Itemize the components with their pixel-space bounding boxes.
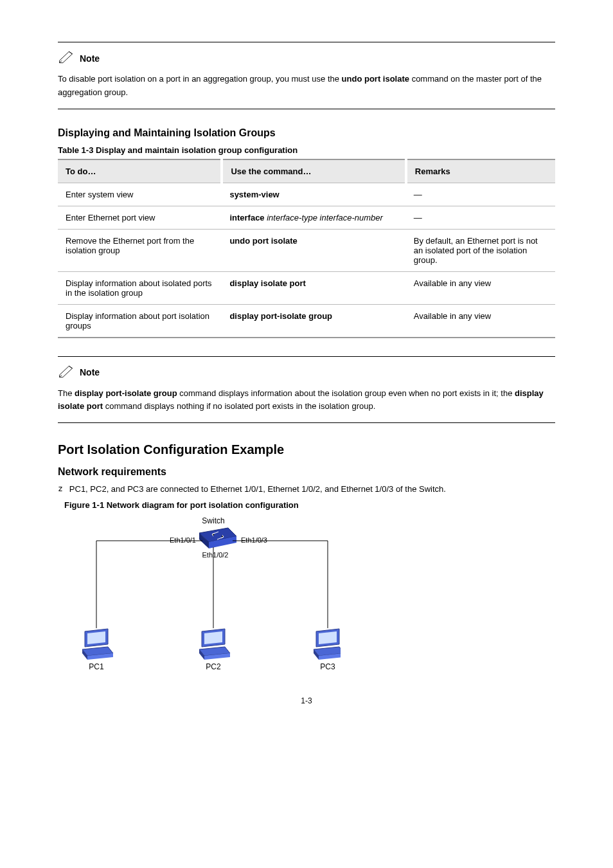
note-icon bbox=[58, 50, 75, 66]
cell-todo: Enter system view bbox=[58, 183, 222, 206]
note-label: Note bbox=[80, 367, 100, 377]
cell-rem: Available in any view bbox=[406, 304, 555, 338]
cell-cmd: system-view bbox=[222, 183, 405, 206]
col-todo: To do… bbox=[58, 159, 222, 183]
cell-rem: Available in any view bbox=[406, 271, 555, 304]
pc-icon bbox=[82, 629, 113, 660]
bullet-item: z PC1, PC2, and PC3 are connected to Eth… bbox=[58, 484, 555, 494]
switch-label: Switch bbox=[202, 516, 224, 525]
cell-todo: Remove the Ethernet port from the isolat… bbox=[58, 229, 222, 271]
pc2-label: PC2 bbox=[206, 662, 221, 671]
pc-icon bbox=[199, 629, 230, 660]
divider bbox=[58, 42, 555, 42]
bullet-text: PC1, PC2, and PC3 are connected to Ether… bbox=[69, 484, 446, 494]
pc1-label: PC1 bbox=[89, 662, 104, 671]
network-diagram: Switch Eth1/0/1 Eth1/0/3 Eth1/0/2 bbox=[64, 514, 341, 674]
divider bbox=[58, 356, 555, 357]
page-number: 1-3 bbox=[58, 696, 555, 705]
bullet-marker: z bbox=[58, 484, 63, 494]
cell-cmd: display isolate port bbox=[222, 271, 405, 304]
note-header: Note bbox=[58, 50, 555, 66]
divider bbox=[58, 109, 555, 109]
cell-cmd: undo port isolate bbox=[222, 229, 405, 271]
table-caption: Table 1-3 Display and maintain isolation… bbox=[58, 145, 555, 155]
note-body: The display port-isolate group command d… bbox=[58, 387, 555, 414]
eth3-label: Eth1/0/3 bbox=[241, 536, 267, 544]
note-label: Note bbox=[80, 53, 100, 64]
col-rem: Remarks bbox=[406, 159, 555, 183]
col-cmd: Use the command… bbox=[222, 159, 405, 183]
cell-todo: Display information about isolated ports… bbox=[58, 271, 222, 304]
section-heading-example: Port Isolation Configuration Example bbox=[58, 442, 555, 457]
table-row: Remove the Ethernet port from the isolat… bbox=[58, 229, 555, 271]
pc-icon bbox=[314, 629, 341, 660]
table-row: Display information about port isolation… bbox=[58, 304, 555, 338]
cell-todo: Display information about port isolation… bbox=[58, 304, 222, 338]
eth1-label: Eth1/0/1 bbox=[170, 536, 196, 544]
note-header: Note bbox=[58, 365, 555, 381]
note-icon bbox=[58, 365, 75, 381]
figure-caption: Figure 1-1 Network diagram for port isol… bbox=[64, 500, 555, 510]
cell-cmd: interface interface-type interface-numbe… bbox=[222, 206, 405, 229]
table-row: Display information about isolated ports… bbox=[58, 271, 555, 304]
cell-rem: By default, an Ethernet port is not an i… bbox=[406, 229, 555, 271]
cell-cmd: display port-isolate group bbox=[222, 304, 405, 338]
command-table: To do… Use the command… Remarks Enter sy… bbox=[58, 159, 555, 338]
cell-todo: Enter Ethernet port view bbox=[58, 206, 222, 229]
pc3-label: PC3 bbox=[320, 662, 335, 671]
section-heading-display: Displaying and Maintaining Isolation Gro… bbox=[58, 127, 555, 139]
cell-rem: — bbox=[406, 206, 555, 229]
table-row: Enter system view system-view — bbox=[58, 183, 555, 206]
page-root: Note To disable port isolation on a port… bbox=[0, 0, 613, 731]
divider bbox=[58, 422, 555, 423]
cell-rem: — bbox=[406, 183, 555, 206]
subheading-network-req: Network requirements bbox=[58, 466, 555, 478]
eth2-label: Eth1/0/2 bbox=[202, 551, 229, 559]
table-header-row: To do… Use the command… Remarks bbox=[58, 159, 555, 183]
note-body: To disable port isolation on a port in a… bbox=[58, 73, 555, 100]
switch-icon bbox=[199, 528, 236, 548]
table-row: Enter Ethernet port view interface inter… bbox=[58, 206, 555, 229]
